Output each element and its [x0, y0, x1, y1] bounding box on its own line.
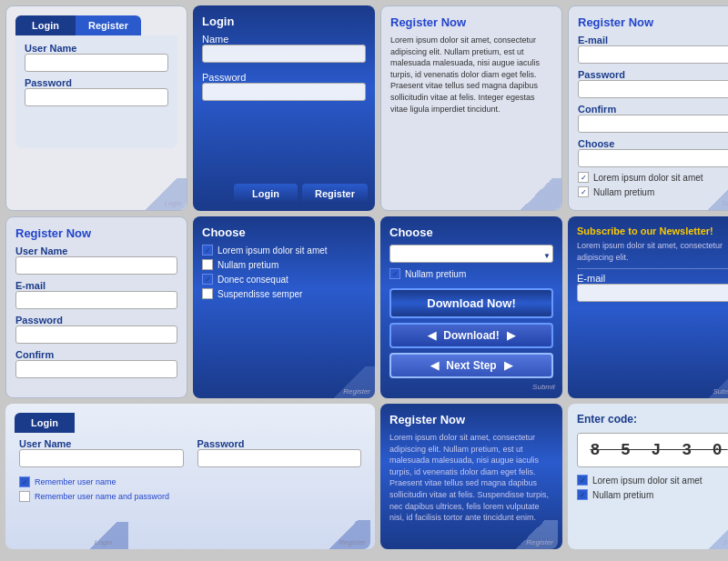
login-curl-text: Login — [95, 538, 113, 546]
login-title: Login — [202, 15, 366, 28]
register-now-blue-card: Register Now Lorem ipsum dolor sit amet,… — [380, 404, 562, 549]
choose-check-row-5: ✓ Nullam pretium — [389, 268, 553, 279]
register-now-title: Register Now — [390, 15, 552, 29]
password-input4[interactable] — [15, 326, 177, 344]
corner-curl-label: Login — [164, 199, 182, 207]
register-now-title2: Register Now — [578, 15, 728, 29]
confirm-input2[interactable] — [15, 360, 177, 378]
register-blue-curl: Register — [526, 538, 553, 546]
email-input2[interactable] — [15, 291, 177, 309]
tab-login2[interactable]: Login — [15, 413, 75, 433]
choose-checkbox-3[interactable]: ✓ — [202, 274, 213, 285]
remember-checkbox-2[interactable] — [19, 491, 30, 502]
choose-checkbox-1[interactable]: ✓ — [202, 245, 213, 255]
choose-checkbox-2[interactable] — [202, 259, 213, 270]
name-label: Name — [202, 34, 366, 45]
enter-check-row-2: ✓ Nullam pretium — [577, 489, 728, 500]
remember-label1: Remember user name — [35, 477, 116, 486]
register-now-lorem-card: Register Now Lorem ipsum dolor sit amet,… — [380, 5, 562, 211]
remember-check-row-2: Remember user name and password — [19, 491, 184, 502]
email-input[interactable] — [578, 45, 728, 64]
arrow-right-icon: ▶ — [507, 329, 515, 342]
next-arrow-right-icon: ▶ — [504, 359, 512, 372]
choose-check2-label: Nullam pretium — [217, 260, 278, 270]
confirm-label2: Confirm — [15, 349, 177, 360]
choose-checkbox-5[interactable]: ✓ — [389, 268, 400, 279]
confirm-label: Confirm — [578, 104, 728, 115]
subscribe-card: Subscribe to our Newsletter! Lorem ipsum… — [568, 216, 728, 398]
login-register-tab-card: Login Register User Name Password Login — [5, 5, 187, 211]
password-input5[interactable] — [197, 449, 362, 467]
remember-checkbox-1[interactable]: ✓ — [19, 476, 30, 487]
username-input3[interactable] — [19, 449, 184, 467]
enter-check1-label: Lorem ipsum dolor sit amet — [592, 476, 703, 486]
password-label4: Password — [15, 315, 177, 326]
remember-check-row-1: ✓ Remember user name — [19, 476, 184, 487]
choose-check4-label: Suspendisse semper — [217, 289, 302, 299]
enter-checkbox-2[interactable]: ✓ — [577, 489, 588, 500]
arrow-left-icon: ◀ — [428, 329, 436, 342]
password-label5: Password — [197, 438, 362, 449]
register-now-form-card: Register Now E-mail Password Confirm Cho… — [568, 5, 728, 211]
choose-label: Choose — [578, 138, 728, 149]
username-input[interactable] — [25, 54, 168, 72]
register-curl-text: Register — [339, 538, 366, 546]
password-input3[interactable] — [578, 80, 728, 98]
register-lorem-text: Lorem ipsum dolor sit amet, consectetur … — [390, 35, 552, 115]
enter-check2-label: Nullam pretium — [592, 490, 653, 500]
remember-label2: Remember user name and password — [35, 492, 169, 501]
check2-label: Nullam pretium — [593, 187, 654, 197]
username-label3: User Name — [19, 438, 184, 449]
choose-title: Choose — [202, 225, 366, 239]
download-button[interactable]: ◀ Download! ▶ — [389, 323, 553, 348]
subscribe-email-input[interactable] — [577, 284, 728, 302]
password-input2[interactable] — [202, 83, 366, 101]
enter-checkbox-1[interactable]: ✓ — [577, 475, 588, 486]
choose-select[interactable] — [578, 149, 728, 167]
username-label: User Name — [25, 43, 168, 54]
name-input[interactable] — [202, 45, 366, 63]
subscribe-lorem: Lorem ipsum dolor sit amet, consectetur … — [577, 240, 728, 263]
register-curl: Register — [343, 387, 370, 396]
choose-check3-label: Donec consequat — [217, 275, 288, 285]
subscribe-curl: Subscribe — [713, 387, 728, 396]
choose-checkbox-4[interactable] — [202, 288, 213, 299]
email-label2: E-mail — [15, 280, 177, 291]
password-label2: Password — [202, 72, 366, 83]
subscribe-email-label: E-mail — [577, 273, 728, 284]
tab-register[interactable]: Register — [76, 15, 141, 35]
choose-download-card: Choose ✓ Nullam pretium Submit Download … — [380, 216, 562, 398]
submit-curl3: Submit — [723, 538, 728, 546]
email-label: E-mail — [578, 35, 728, 45]
choose-blue-card: Choose ✓ Lorem ipsum dolor sit amet Null… — [193, 216, 375, 398]
password-label: Password — [25, 77, 168, 88]
password-input[interactable] — [25, 88, 168, 106]
choose-check1-label: Lorem ipsum dolor sit amet — [217, 245, 328, 255]
choose-check-row-4: Suspendisse semper — [202, 288, 366, 299]
register-now-title4: Register Now — [389, 413, 553, 426]
checkbox-1[interactable]: ✓ — [578, 172, 589, 183]
choose-select2[interactable] — [389, 245, 553, 263]
username-input2[interactable] — [15, 256, 177, 275]
choose-check-row-2: Nullam pretium — [202, 259, 366, 270]
submit-curl2: Submit — [532, 383, 555, 391]
captcha-display: 8 5 J 3 0 — [577, 433, 728, 467]
register-now-card2: Register Now User Name E-mail Password C… — [5, 216, 187, 398]
next-step-button[interactable]: ◀ Next Step ▶ — [389, 353, 553, 378]
login-button[interactable]: Login — [234, 184, 298, 204]
download-now-button[interactable]: Download Now! — [389, 288, 553, 318]
username-label2: User Name — [15, 245, 177, 256]
next-arrow-left-icon: ◀ — [430, 359, 439, 372]
register-button[interactable]: Register — [302, 184, 368, 204]
choose-check-row-1: ✓ Lorem ipsum dolor sit amet — [202, 245, 366, 255]
tab-login[interactable]: Login — [15, 15, 76, 35]
checkbox-2[interactable]: ✓ — [578, 186, 589, 197]
password-label3: Password — [578, 69, 728, 80]
login-blue-card: Login Name Password Login Register — [193, 5, 375, 211]
register-lorem2: Lorem ipsum dolor sit amet, consectetur … — [389, 432, 553, 524]
confirm-input[interactable] — [578, 115, 728, 133]
enter-check-row-1: ✓ Lorem ipsum dolor sit amet — [577, 475, 728, 486]
divider — [577, 268, 728, 269]
subscribe-title: Subscribe to our Newsletter! — [577, 225, 728, 236]
register-title3: Register Now — [15, 226, 177, 240]
